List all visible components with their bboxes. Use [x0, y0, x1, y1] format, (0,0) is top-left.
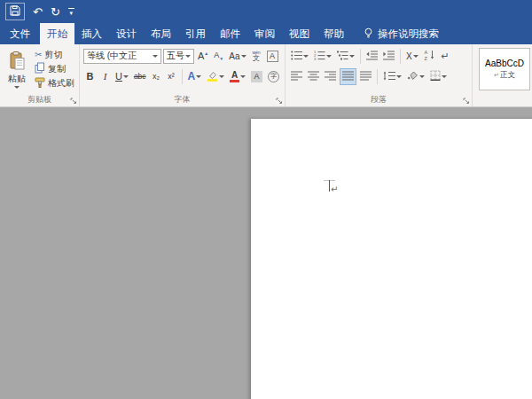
- align-right-button[interactable]: [323, 68, 338, 85]
- tab-review[interactable]: 审阅: [247, 23, 282, 44]
- highlight-pen-icon: [207, 70, 218, 83]
- style-paragraph-mark-icon: ↵: [494, 72, 499, 79]
- text-effects-icon: A: [188, 70, 196, 82]
- font-color-button[interactable]: A: [228, 68, 247, 85]
- document-canvas: ↵: [0, 107, 532, 399]
- copy-button[interactable]: 复制: [33, 62, 76, 75]
- multilevel-list-button[interactable]: [335, 48, 356, 65]
- format-painter-button[interactable]: 格式刷: [33, 76, 76, 90]
- line-spacing-button[interactable]: [381, 68, 403, 85]
- distribute-button[interactable]: [358, 68, 373, 85]
- strikethrough-button[interactable]: abc: [132, 68, 148, 85]
- shading-button[interactable]: [405, 68, 426, 85]
- line-spacing-icon: [383, 71, 395, 82]
- paste-dropdown-icon: [14, 86, 20, 89]
- paste-clipboard-icon: [10, 51, 25, 72]
- asian-layout-icon: X: [406, 51, 412, 61]
- decrease-indent-button[interactable]: [364, 48, 379, 65]
- character-shading-icon: A: [251, 71, 262, 82]
- numbering-button[interactable]: 123: [312, 48, 333, 65]
- show-hide-marks-button[interactable]: ↵: [439, 48, 452, 65]
- ribbon: 粘贴 ✂ 剪切 复制: [0, 44, 532, 107]
- tab-home[interactable]: 开始: [40, 23, 74, 44]
- highlight-color-button[interactable]: [205, 68, 226, 85]
- styles-group: AaBbCcD ↵正文: [473, 44, 532, 106]
- borders-button[interactable]: [428, 68, 449, 85]
- sort-icon: AZ: [424, 50, 435, 62]
- align-left-button[interactable]: [289, 68, 304, 85]
- phonetic-guide-button[interactable]: wén文: [250, 48, 263, 65]
- tab-mailings[interactable]: 邮件: [213, 23, 247, 44]
- text-effects-dropdown-icon: [196, 75, 201, 78]
- tab-view[interactable]: 视图: [282, 23, 317, 44]
- character-shading-button[interactable]: A: [249, 68, 264, 85]
- font-group: 等线 (中文正 五号 A▲ A▼ Aa wén文 A: [80, 44, 286, 106]
- paste-label: 粘贴: [8, 73, 26, 85]
- divider: [182, 69, 183, 84]
- font-group-label: 字体: [81, 94, 284, 106]
- customize-quick-access-button[interactable]: ▾: [68, 8, 74, 16]
- asian-layout-button[interactable]: X: [404, 48, 420, 65]
- highlight-dropdown-icon: [219, 75, 224, 78]
- shrink-font-button[interactable]: A▼: [212, 48, 225, 65]
- bold-button[interactable]: B: [83, 68, 97, 85]
- tab-design[interactable]: 设计: [109, 23, 144, 44]
- paragraph-dialog-launcher[interactable]: [461, 96, 471, 106]
- numbering-dropdown-icon: [326, 55, 332, 58]
- align-center-icon: [308, 71, 319, 82]
- cut-label: 剪切: [44, 49, 62, 61]
- styles-group-label: [473, 94, 531, 106]
- enclose-characters-icon: 字: [268, 71, 279, 82]
- clipboard-dialog-launcher[interactable]: [68, 96, 78, 106]
- svg-text:Z: Z: [424, 56, 427, 61]
- sort-button[interactable]: AZ: [422, 48, 437, 65]
- divider: [400, 49, 401, 64]
- enclose-characters-button[interactable]: 字: [266, 68, 281, 85]
- divider: [377, 69, 378, 84]
- save-button[interactable]: [5, 3, 25, 20]
- clipboard-group: 粘贴 ✂ 剪切 复制: [0, 44, 80, 106]
- tab-file[interactable]: 文件: [0, 23, 40, 44]
- divider: [360, 49, 361, 64]
- tab-references[interactable]: 引用: [178, 23, 213, 44]
- align-left-icon: [291, 71, 302, 82]
- paste-button[interactable]: 粘贴: [1, 45, 33, 94]
- title-bar: ↶ ↻ ▾: [0, 0, 532, 23]
- copy-icon: [35, 62, 45, 75]
- copy-label: 复制: [48, 63, 66, 75]
- asian-layout-dropdown-icon: [413, 55, 419, 58]
- subscript-button[interactable]: x₂: [150, 68, 163, 85]
- character-border-button[interactable]: A: [265, 48, 280, 65]
- lightbulb-icon: [364, 27, 373, 41]
- italic-button[interactable]: I: [98, 68, 112, 85]
- font-dialog-launcher[interactable]: [274, 96, 284, 106]
- cut-button[interactable]: ✂ 剪切: [33, 48, 76, 61]
- format-painter-label: 格式刷: [48, 77, 74, 90]
- tab-insert[interactable]: 插入: [74, 23, 109, 44]
- bullets-button[interactable]: [289, 48, 310, 65]
- grow-font-button[interactable]: A▲: [196, 48, 210, 65]
- justify-icon: [342, 71, 354, 82]
- change-case-dropdown-icon: [241, 55, 246, 58]
- underline-button[interactable]: U: [113, 68, 130, 85]
- increase-indent-button[interactable]: [381, 48, 396, 65]
- tell-me-label: 操作说明搜索: [378, 27, 439, 41]
- superscript-button[interactable]: x²: [165, 68, 178, 85]
- svg-text:A: A: [424, 50, 427, 55]
- tab-layout[interactable]: 布局: [144, 23, 178, 44]
- change-case-button[interactable]: Aa: [227, 48, 247, 65]
- redo-button[interactable]: ↻: [51, 6, 60, 18]
- align-center-button[interactable]: [306, 68, 321, 85]
- document-page[interactable]: ↵: [251, 119, 532, 399]
- text-effects-button[interactable]: A: [186, 68, 204, 85]
- style-normal-card[interactable]: AaBbCcD ↵正文: [479, 48, 530, 90]
- multilevel-dropdown-icon: [349, 55, 355, 58]
- tab-help[interactable]: 帮助: [317, 23, 351, 44]
- tell-me-search[interactable]: 操作说明搜索: [364, 23, 439, 44]
- font-size-combobox[interactable]: 五号: [163, 49, 194, 64]
- font-color-icon: A: [230, 71, 239, 82]
- style-name-label: 正文: [500, 70, 515, 81]
- font-name-combobox[interactable]: 等线 (中文正: [83, 49, 161, 64]
- justify-button[interactable]: [340, 68, 356, 85]
- undo-button[interactable]: ↶: [33, 6, 43, 18]
